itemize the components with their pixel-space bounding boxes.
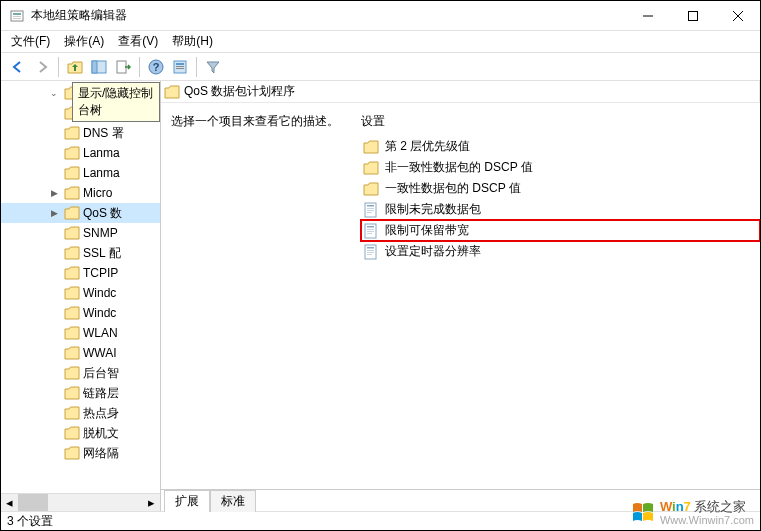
tree-item[interactable]: Windc: [1, 303, 160, 323]
tree-item[interactable]: SSL 配: [1, 243, 160, 263]
menu-action[interactable]: 操作(A): [64, 33, 104, 50]
tree-item[interactable]: Lanma: [1, 163, 160, 183]
tooltip: 显示/隐藏控制台树: [72, 82, 160, 122]
list-header: QoS 数据包计划程序: [161, 81, 760, 103]
tree-item-label: Lanma: [83, 166, 120, 180]
tree-item-label: SNMP: [83, 226, 118, 240]
folder-icon: [363, 140, 379, 154]
tree-item-label: 链路层: [83, 385, 119, 402]
tree-item[interactable]: DNS 署: [1, 123, 160, 143]
tree-item-label: 后台智: [83, 365, 119, 382]
menu-view[interactable]: 查看(V): [118, 33, 158, 50]
menubar: 文件(F) 操作(A) 查看(V) 帮助(H): [1, 31, 760, 53]
collapse-icon[interactable]: ⌄: [49, 88, 59, 98]
tree-item[interactable]: 热点身: [1, 403, 160, 423]
tree-item-label: 网络隔: [83, 445, 119, 462]
settings-column-header[interactable]: 设置: [361, 113, 760, 130]
status-text: 3 个设置: [7, 513, 53, 530]
setting-item[interactable]: 第 2 层优先级值: [361, 136, 760, 157]
tree-item[interactable]: 脱机文: [1, 423, 160, 443]
menu-help[interactable]: 帮助(H): [172, 33, 213, 50]
svg-rect-21: [367, 212, 372, 213]
show-hide-tree-button[interactable]: [88, 56, 110, 78]
tab-extended[interactable]: 扩展: [164, 490, 210, 512]
folder-icon: [363, 161, 379, 175]
export-button[interactable]: [112, 56, 134, 78]
back-button[interactable]: [7, 56, 29, 78]
app-icon: [9, 8, 25, 24]
tree-item-label: Windc: [83, 306, 116, 320]
tree-item[interactable]: Windc: [1, 283, 160, 303]
header-title-text: QoS 数据包计划程序: [184, 83, 295, 100]
watermark-url: Www.Winwin7.com: [660, 514, 754, 526]
svg-rect-26: [367, 233, 372, 234]
svg-rect-24: [367, 229, 374, 230]
tree-item[interactable]: TCPIP: [1, 263, 160, 283]
setting-item[interactable]: 一致性数据包的 DSCP 值: [361, 178, 760, 199]
tree-item-label: Lanma: [83, 146, 120, 160]
close-button[interactable]: [715, 1, 760, 30]
tree-item-label: 热点身: [83, 405, 119, 422]
tree-item[interactable]: 后台智: [1, 363, 160, 383]
watermark: Win7 系统之家 Www.Winwin7.com: [630, 500, 754, 526]
setting-label: 第 2 层优先级值: [385, 138, 470, 155]
expand-icon[interactable]: ▶: [49, 188, 59, 198]
menu-file[interactable]: 文件(F): [11, 33, 50, 50]
maximize-button[interactable]: [670, 1, 715, 30]
setting-item[interactable]: 限制可保留带宽: [361, 220, 760, 241]
setting-item[interactable]: 限制未完成数据包: [361, 199, 760, 220]
splitter[interactable]: [156, 81, 160, 511]
svg-rect-19: [367, 208, 374, 209]
window-title: 本地组策略编辑器: [31, 7, 625, 24]
tree-item[interactable]: Lanma: [1, 143, 160, 163]
tree-item[interactable]: WLAN: [1, 323, 160, 343]
svg-rect-31: [367, 254, 372, 255]
svg-rect-9: [92, 61, 97, 73]
setting-item[interactable]: 非一致性数据包的 DSCP 值: [361, 157, 760, 178]
svg-rect-28: [367, 247, 374, 249]
svg-rect-1: [13, 13, 21, 15]
tree-item-label: DNS 署: [83, 125, 124, 142]
svg-rect-5: [688, 11, 697, 20]
setting-label: 非一致性数据包的 DSCP 值: [385, 159, 533, 176]
setting-label: 限制可保留带宽: [385, 222, 469, 239]
windows-logo-icon: [630, 500, 656, 526]
tree-item[interactable]: 链路层: [1, 383, 160, 403]
svg-rect-25: [367, 231, 374, 232]
toolbar: ?: [1, 53, 760, 81]
svg-rect-18: [367, 205, 374, 207]
tree-item[interactable]: 网络隔: [1, 443, 160, 463]
tree-item[interactable]: ▶Micro: [1, 183, 160, 203]
filter-button[interactable]: [202, 56, 224, 78]
svg-text:?: ?: [153, 61, 160, 73]
expand-icon[interactable]: ▶: [49, 208, 59, 218]
svg-rect-2: [13, 16, 21, 17]
minimize-button[interactable]: [625, 1, 670, 30]
up-folder-button[interactable]: [64, 56, 86, 78]
tree-item-label: Micro: [83, 186, 112, 200]
svg-rect-20: [367, 210, 374, 211]
tree-item-label: WWAI: [83, 346, 117, 360]
tree-item[interactable]: SNMP: [1, 223, 160, 243]
folder-icon: [363, 182, 379, 196]
tree-pane: 显示/隐藏控制台树 ⌄BranclDirectDNS 署LanmaLanma▶M…: [1, 81, 161, 511]
tab-standard[interactable]: 标准: [210, 490, 256, 512]
tree-item[interactable]: WWAI: [1, 343, 160, 363]
header-title-cell[interactable]: QoS 数据包计划程序: [161, 81, 760, 102]
description-text: 选择一个项目来查看它的描述。: [171, 113, 361, 130]
forward-button[interactable]: [31, 56, 53, 78]
tree-item-label: QoS 数: [83, 205, 122, 222]
properties-button[interactable]: [169, 56, 191, 78]
tree-item[interactable]: ▶QoS 数: [1, 203, 160, 223]
tree-item-label: WLAN: [83, 326, 118, 340]
tree-item-label: Windc: [83, 286, 116, 300]
setting-item[interactable]: 设置定时器分辨率: [361, 241, 760, 262]
svg-rect-30: [367, 252, 374, 253]
tree-item-label: 脱机文: [83, 425, 119, 442]
scrollbar-horizontal[interactable]: [18, 494, 143, 511]
tree-item-label: SSL 配: [83, 245, 121, 262]
help-button[interactable]: ?: [145, 56, 167, 78]
svg-rect-14: [176, 63, 184, 65]
svg-rect-10: [117, 61, 126, 73]
scroll-left-button[interactable]: ◂: [1, 494, 18, 511]
